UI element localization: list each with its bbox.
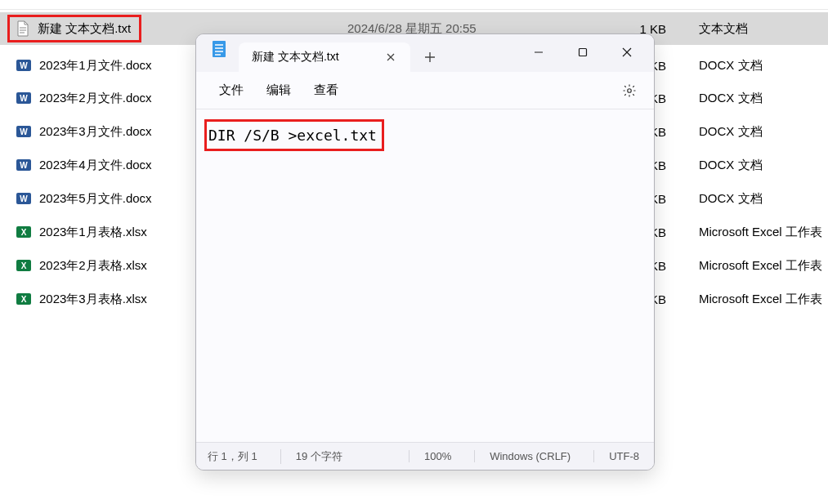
notepad-window: 新建 文本文档.txt 文件 编辑 查看 DIR /S/B >excel.txt… <box>195 33 655 471</box>
notepad-editor-area[interactable]: DIR /S/B >excel.txt <box>196 109 654 442</box>
svg-rect-20 <box>580 49 587 56</box>
status-zoom[interactable]: 100% <box>409 450 474 462</box>
notepad-tab-title: 新建 文本文档.txt <box>252 50 339 65</box>
svg-text:W: W <box>20 94 28 103</box>
svg-text:W: W <box>20 194 28 203</box>
file-type: DOCX 文档 <box>699 158 763 173</box>
file-type: DOCX 文档 <box>699 191 763 207</box>
notepad-statusbar: 行 1，列 1 19 个字符 100% Windows (CRLF) UTF-8 <box>196 442 654 470</box>
docx-file-icon: W <box>16 58 31 73</box>
status-position: 行 1，列 1 <box>208 449 280 464</box>
window-controls <box>517 38 649 67</box>
svg-text:X: X <box>21 295 27 304</box>
svg-text:W: W <box>20 161 28 170</box>
docx-file-icon: W <box>16 91 31 105</box>
minimize-button[interactable] <box>517 38 561 67</box>
xlsx-file-icon: X <box>16 225 31 239</box>
file-type: DOCX 文档 <box>699 58 763 74</box>
txt-file-icon <box>16 20 29 37</box>
status-char-count: 19 个字符 <box>280 449 365 464</box>
svg-text:X: X <box>21 261 27 270</box>
editor-content[interactable]: DIR /S/B >excel.txt <box>208 127 377 144</box>
maximize-button[interactable] <box>561 38 605 67</box>
file-type: DOCX 文档 <box>699 91 763 106</box>
highlight-box: 新建 文本文档.txt <box>7 15 141 42</box>
menu-view[interactable]: 查看 <box>302 78 350 103</box>
menu-file[interactable]: 文件 <box>208 78 255 103</box>
docx-file-icon: W <box>16 124 31 139</box>
notepad-menubar: 文件 编辑 查看 <box>196 72 654 109</box>
tab-close-button[interactable] <box>381 47 401 67</box>
file-type: Microsoft Excel 工作表 <box>699 292 822 307</box>
xlsx-file-icon: X <box>16 258 31 273</box>
svg-point-32 <box>628 88 632 92</box>
menu-edit[interactable]: 编辑 <box>255 78 302 103</box>
xlsx-file-icon: X <box>16 292 31 306</box>
svg-text:W: W <box>20 61 28 70</box>
file-type: Microsoft Excel 工作表 <box>699 258 822 274</box>
file-name: 新建 文本文档.txt <box>38 21 136 37</box>
notepad-tab[interactable]: 新建 文本文档.txt <box>239 42 410 72</box>
docx-file-icon: W <box>16 191 31 206</box>
svg-text:X: X <box>21 228 27 237</box>
status-line-ending: Windows (CRLF) <box>474 450 593 462</box>
header-divider <box>0 9 828 10</box>
settings-button[interactable] <box>616 78 642 104</box>
notepad-app-icon <box>211 39 227 59</box>
file-type: DOCX 文档 <box>699 124 763 140</box>
close-button[interactable] <box>605 38 649 67</box>
status-encoding: UTF-8 <box>593 450 642 462</box>
file-type: 文本文档 <box>699 21 748 37</box>
new-tab-button[interactable] <box>415 42 445 72</box>
highlight-box: DIR /S/B >excel.txt <box>204 119 384 151</box>
svg-text:W: W <box>20 127 28 136</box>
docx-file-icon: W <box>16 158 31 172</box>
file-type: Microsoft Excel 工作表 <box>699 225 822 240</box>
